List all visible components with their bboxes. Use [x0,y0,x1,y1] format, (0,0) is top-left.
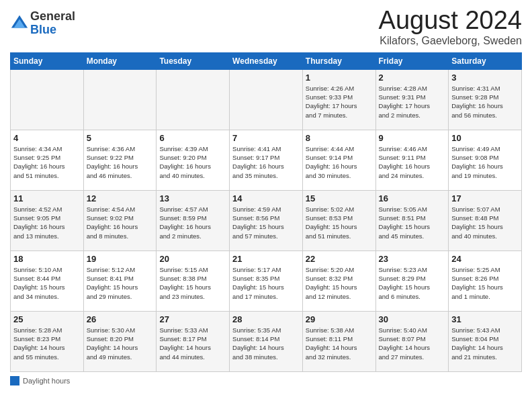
calendar-cell: 13Sunrise: 4:57 AM Sunset: 8:59 PM Dayli… [157,190,230,250]
calendar-cell [11,69,84,130]
calendar-week-row: 1Sunrise: 4:26 AM Sunset: 9:33 PM Daylig… [11,69,522,130]
day-info: Sunrise: 4:36 AM Sunset: 9:22 PM Dayligh… [87,144,154,180]
calendar-cell: 21Sunrise: 5:17 AM Sunset: 8:35 PM Dayli… [230,250,303,311]
calendar-cell: 4Sunrise: 4:34 AM Sunset: 9:25 PM Daylig… [11,130,84,190]
calendar-cell: 16Sunrise: 5:05 AM Sunset: 8:51 PM Dayli… [375,190,449,250]
calendar-cell: 31Sunrise: 5:43 AM Sunset: 8:04 PM Dayli… [449,311,522,371]
day-info: Sunrise: 4:54 AM Sunset: 9:02 PM Dayligh… [87,205,154,240]
logo-blue-text: Blue [30,24,75,37]
day-info: Sunrise: 4:57 AM Sunset: 8:59 PM Dayligh… [159,205,226,240]
day-info: Sunrise: 5:43 AM Sunset: 8:04 PM Dayligh… [451,326,519,361]
calendar-cell: 6Sunrise: 4:39 AM Sunset: 9:20 PM Daylig… [157,130,230,190]
day-info: Sunrise: 5:40 AM Sunset: 8:07 PM Dayligh… [379,326,446,361]
header-day-wednesday: Wednesday [230,52,303,69]
header-day-monday: Monday [83,52,157,69]
calendar-cell: 3Sunrise: 4:31 AM Sunset: 9:28 PM Daylig… [449,69,522,130]
day-number: 17 [451,193,519,203]
day-number: 27 [159,314,226,324]
day-number: 9 [379,133,446,143]
day-info: Sunrise: 4:52 AM Sunset: 9:05 PM Dayligh… [13,205,81,240]
day-info: Sunrise: 4:49 AM Sunset: 9:08 PM Dayligh… [451,144,519,180]
calendar-cell: 17Sunrise: 5:07 AM Sunset: 8:48 PM Dayli… [449,190,522,250]
day-number: 14 [232,193,300,203]
calendar-week-row: 25Sunrise: 5:28 AM Sunset: 8:23 PM Dayli… [11,311,522,371]
calendar-cell: 25Sunrise: 5:28 AM Sunset: 8:23 PM Dayli… [11,311,84,371]
day-number: 19 [87,254,154,264]
day-info: Sunrise: 5:12 AM Sunset: 8:41 PM Dayligh… [87,265,154,301]
day-info: Sunrise: 5:33 AM Sunset: 8:17 PM Dayligh… [159,326,226,361]
day-number: 5 [87,133,154,143]
day-number: 6 [159,133,226,143]
header-day-tuesday: Tuesday [157,52,230,69]
day-number: 24 [451,254,519,264]
day-info: Sunrise: 5:23 AM Sunset: 8:29 PM Dayligh… [379,265,446,301]
calendar-cell: 30Sunrise: 5:40 AM Sunset: 8:07 PM Dayli… [375,311,449,371]
day-info: Sunrise: 5:30 AM Sunset: 8:20 PM Dayligh… [87,326,154,361]
logo: General Blue [10,10,75,37]
header-day-friday: Friday [375,52,449,69]
day-info: Sunrise: 4:41 AM Sunset: 9:17 PM Dayligh… [232,144,300,180]
day-info: Sunrise: 5:35 AM Sunset: 8:14 PM Dayligh… [232,326,300,361]
month-title: August 2024 [379,7,522,35]
day-info: Sunrise: 4:46 AM Sunset: 9:11 PM Dayligh… [379,144,446,180]
legend-label: Daylight hours [23,377,70,385]
day-number: 11 [13,193,81,203]
calendar-cell: 20Sunrise: 5:15 AM Sunset: 8:38 PM Dayli… [157,250,230,311]
day-number: 30 [379,314,446,324]
day-info: Sunrise: 5:17 AM Sunset: 8:35 PM Dayligh… [232,265,300,301]
calendar-cell [157,69,230,130]
day-number: 16 [379,193,446,203]
day-number: 4 [13,133,81,143]
calendar-header-row: SundayMondayTuesdayWednesdayThursdayFrid… [11,52,522,69]
logo-general-text: General [30,10,75,24]
day-info: Sunrise: 5:20 AM Sunset: 8:32 PM Dayligh… [306,265,373,301]
calendar-cell: 5Sunrise: 4:36 AM Sunset: 9:22 PM Daylig… [83,130,157,190]
day-info: Sunrise: 5:15 AM Sunset: 8:38 PM Dayligh… [159,265,226,301]
day-number: 26 [87,314,154,324]
calendar-cell: 14Sunrise: 4:59 AM Sunset: 8:56 PM Dayli… [230,190,303,250]
day-number: 31 [451,314,519,324]
calendar-cell: 29Sunrise: 5:38 AM Sunset: 8:11 PM Dayli… [302,311,375,371]
calendar-cell: 28Sunrise: 5:35 AM Sunset: 8:14 PM Dayli… [230,311,303,371]
day-number: 21 [232,254,300,264]
calendar-cell: 2Sunrise: 4:28 AM Sunset: 9:31 PM Daylig… [375,69,449,130]
day-number: 1 [306,73,373,83]
calendar-cell: 15Sunrise: 5:02 AM Sunset: 8:53 PM Dayli… [302,190,375,250]
day-number: 22 [306,254,373,264]
calendar-cell: 7Sunrise: 4:41 AM Sunset: 9:17 PM Daylig… [230,130,303,190]
day-info: Sunrise: 5:38 AM Sunset: 8:11 PM Dayligh… [306,326,373,361]
day-info: Sunrise: 5:02 AM Sunset: 8:53 PM Dayligh… [306,205,373,240]
day-number: 29 [306,314,373,324]
day-info: Sunrise: 4:44 AM Sunset: 9:14 PM Dayligh… [306,144,373,180]
day-number: 18 [13,254,81,264]
title-area: August 2024 Kilafors, Gaevleborg, Sweden [379,7,522,47]
calendar-cell: 11Sunrise: 4:52 AM Sunset: 9:05 PM Dayli… [11,190,84,250]
day-info: Sunrise: 4:34 AM Sunset: 9:25 PM Dayligh… [13,144,81,180]
day-info: Sunrise: 4:31 AM Sunset: 9:28 PM Dayligh… [451,84,519,120]
calendar-cell: 12Sunrise: 4:54 AM Sunset: 9:02 PM Dayli… [83,190,157,250]
day-number: 28 [232,314,300,324]
calendar-cell: 22Sunrise: 5:20 AM Sunset: 8:32 PM Dayli… [302,250,375,311]
day-number: 25 [13,314,81,324]
calendar-week-row: 18Sunrise: 5:10 AM Sunset: 8:44 PM Dayli… [11,250,522,311]
calendar-cell: 18Sunrise: 5:10 AM Sunset: 8:44 PM Dayli… [11,250,84,311]
day-number: 12 [87,193,154,203]
day-info: Sunrise: 4:28 AM Sunset: 9:31 PM Dayligh… [379,84,446,120]
day-info: Sunrise: 5:05 AM Sunset: 8:51 PM Dayligh… [379,205,446,240]
header-day-sunday: Sunday [11,52,84,69]
calendar-cell [230,69,303,130]
day-info: Sunrise: 5:25 AM Sunset: 8:26 PM Dayligh… [451,265,519,301]
subtitle: Kilafors, Gaevleborg, Sweden [379,35,522,47]
calendar-cell: 19Sunrise: 5:12 AM Sunset: 8:41 PM Dayli… [83,250,157,311]
calendar-cell [83,69,157,130]
header-day-thursday: Thursday [302,52,375,69]
legend-box [10,376,19,385]
day-number: 7 [232,133,300,143]
day-number: 2 [379,73,446,83]
day-number: 20 [159,254,226,264]
day-number: 10 [451,133,519,143]
logo-icon [10,14,29,33]
calendar-week-row: 4Sunrise: 4:34 AM Sunset: 9:25 PM Daylig… [11,130,522,190]
calendar-cell: 26Sunrise: 5:30 AM Sunset: 8:20 PM Dayli… [83,311,157,371]
calendar-cell: 1Sunrise: 4:26 AM Sunset: 9:33 PM Daylig… [302,69,375,130]
